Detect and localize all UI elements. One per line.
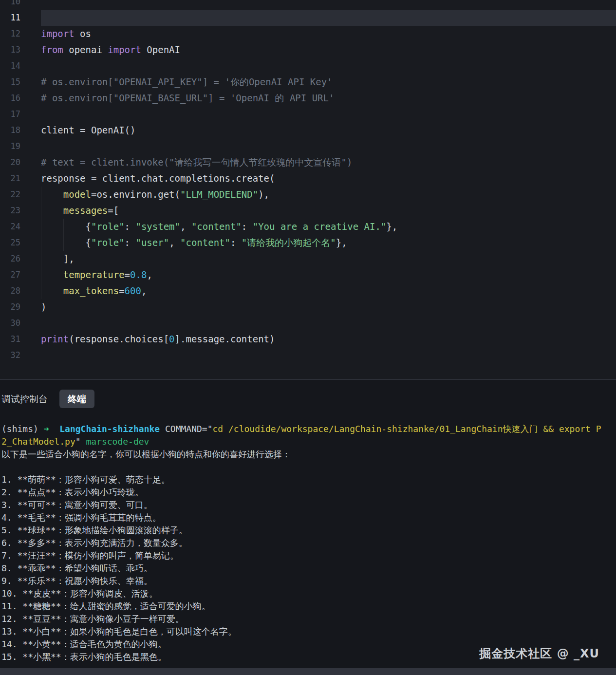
code-line[interactable]: 13from openai import OpenAI	[0, 42, 616, 58]
watermark: 掘金技术社区 @ _XU	[479, 646, 599, 661]
terminal-output-line: 4. **毛毛**：强调小狗毛茸茸的特点。	[1, 511, 616, 524]
code-lines: 101112import os13from openai import Open…	[0, 0, 616, 363]
code-line-content	[41, 138, 616, 154]
code-line-content: response = client.chat.completions.creat…	[41, 170, 616, 187]
line-number: 18	[0, 122, 41, 138]
code-line[interactable]: 28 max_tokens=600,	[0, 283, 616, 299]
code-line-content	[41, 58, 616, 74]
terminal-output-line: 1. **萌萌**：形容小狗可爱、萌态十足。	[1, 473, 616, 486]
code-line[interactable]: 26 ],	[0, 251, 616, 267]
line-number: 23	[0, 203, 41, 219]
code-line[interactable]: 30	[0, 315, 616, 331]
code-line-content	[41, 10, 616, 26]
line-number: 26	[0, 251, 41, 267]
code-line-content: import os	[41, 26, 616, 42]
tab-terminal[interactable]: 终端	[59, 390, 94, 408]
code-line-content: model=os.environ.get("LLM_MODELEND"),	[41, 187, 616, 203]
line-number: 15	[0, 74, 41, 90]
line-number: 25	[0, 235, 41, 251]
code-line[interactable]: 27 temperature=0.8,	[0, 267, 616, 283]
code-line-content	[41, 0, 616, 10]
terminal-output-line: 3. **可可**：寓意小狗可爱、可口。	[1, 499, 616, 511]
terminal-output-line: 7. **汪汪**：模仿小狗的叫声，简单易记。	[1, 549, 616, 562]
indent-guide	[41, 283, 41, 299]
terminal-output-line: 8. **乖乖**：希望小狗听话、乖巧。	[1, 562, 616, 575]
code-line[interactable]: 17	[0, 106, 616, 122]
code-line-content: # os.environ["OPENAI_BASE_URL"] = 'OpenA…	[41, 90, 616, 106]
line-number: 11	[0, 10, 41, 26]
code-line[interactable]: 11	[0, 10, 616, 26]
line-number: 19	[0, 138, 41, 154]
indent-guide	[41, 187, 41, 203]
panel-tab-bar: 调试控制台 终端	[0, 380, 616, 408]
terminal-output-line: 11. **糖糖**：给人甜蜜的感觉，适合可爱的小狗。	[1, 600, 616, 613]
indent-guide	[41, 203, 41, 219]
terminal-prompt-line: 2_ChatModel.py" marscode-dev	[1, 435, 616, 448]
code-line[interactable]: 24 {"role": "system", "content": "You ar…	[0, 219, 616, 235]
line-number: 30	[0, 315, 41, 331]
code-line-content: # os.environ["OPENAI_API_KEY"] = '你的Open…	[41, 74, 616, 90]
line-number: 28	[0, 283, 41, 299]
line-number: 20	[0, 154, 41, 170]
terminal-output-line: 5. **球球**：形象地描绘小狗圆滚滚的样子。	[1, 524, 616, 537]
code-line[interactable]: 23 messages=[	[0, 203, 616, 219]
code-line-content	[41, 106, 616, 122]
terminal-output-line: 以下是一些适合小狗的名字，你可以根据小狗的特点和你的喜好进行选择：	[1, 448, 616, 461]
code-line[interactable]: 29)	[0, 299, 616, 315]
code-line-content: max_tokens=600,	[41, 283, 616, 299]
line-number: 16	[0, 90, 41, 106]
code-line[interactable]: 22 model=os.environ.get("LLM_MODELEND"),	[0, 187, 616, 203]
code-line-content	[41, 347, 616, 363]
line-number: 27	[0, 267, 41, 283]
code-line[interactable]: 21response = client.chat.completions.cre…	[0, 170, 616, 187]
indent-guide	[41, 267, 41, 283]
terminal-output-line	[1, 461, 616, 473]
code-line[interactable]: 32	[0, 347, 616, 363]
terminal-output-line: 2. **点点**：表示小狗小巧玲珑。	[1, 486, 616, 499]
tab-debug-console[interactable]: 调试控制台	[1, 394, 48, 404]
terminal-output-line: 9. **乐乐**：祝愿小狗快乐、幸福。	[1, 575, 616, 587]
code-line-content: {"role": "user", "content": "请给我的小狗起个名"}…	[41, 235, 616, 251]
line-number: 32	[0, 347, 41, 363]
code-line-content: messages=[	[41, 203, 616, 219]
code-line-content	[41, 315, 616, 331]
indent-guide	[41, 219, 41, 235]
terminal-output-line: 10. **皮皮**：形容小狗调皮、活泼。	[1, 587, 616, 600]
line-number: 31	[0, 331, 41, 347]
line-number: 14	[0, 58, 41, 74]
code-line[interactable]: 25 {"role": "user", "content": "请给我的小狗起个…	[0, 235, 616, 251]
line-number: 17	[0, 106, 41, 122]
code-line[interactable]: 18client = OpenAI()	[0, 122, 616, 138]
code-line-content: client = OpenAI()	[41, 122, 616, 138]
code-line-content: temperature=0.8,	[41, 267, 616, 283]
panel-bottom-scrollbar[interactable]	[0, 668, 616, 675]
code-line[interactable]: 15# os.environ["OPENAI_API_KEY"] = '你的Op…	[0, 74, 616, 90]
code-line[interactable]: 31print(response.choices[0].message.cont…	[0, 331, 616, 347]
line-number: 24	[0, 219, 41, 235]
line-number: 21	[0, 170, 41, 187]
code-line[interactable]: 20# text = client.invoke("请给我写一句情人节红玫瑰的中…	[0, 154, 616, 170]
code-line[interactable]: 10	[0, 0, 616, 10]
indent-guide	[41, 251, 41, 267]
line-number: 12	[0, 26, 41, 42]
code-line[interactable]: 12import os	[0, 26, 616, 42]
indent-guide	[41, 235, 41, 251]
indent-guide	[63, 235, 64, 251]
code-line-content: print(response.choices[0].message.conten…	[41, 331, 616, 347]
line-number: 13	[0, 42, 41, 58]
indent-guide	[63, 219, 64, 235]
code-line-content: )	[41, 299, 616, 315]
terminal-output-line: 12. **豆豆**：寓意小狗像小豆子一样可爱。	[1, 613, 616, 625]
terminal-output[interactable]: (shims) ➜ LangChain-shizhanke COMMAND="c…	[0, 423, 616, 663]
code-editor[interactable]: 101112import os13from openai import Open…	[0, 0, 616, 379]
code-line-content: {"role": "system", "content": "You are a…	[41, 219, 616, 235]
code-line[interactable]: 16# os.environ["OPENAI_BASE_URL"] = 'Ope…	[0, 90, 616, 106]
terminal-output-line: 13. **小白**：如果小狗的毛色是白色，可以叫这个名字。	[1, 625, 616, 638]
code-line-content: # text = client.invoke("请给我写一句情人节红玫瑰的中文宣…	[41, 154, 616, 170]
code-line-content: from openai import OpenAI	[41, 42, 616, 58]
terminal-prompt-line: (shims) ➜ LangChain-shizhanke COMMAND="c…	[1, 423, 616, 435]
code-line[interactable]: 14	[0, 58, 616, 74]
line-number: 29	[0, 299, 41, 315]
line-number: 22	[0, 187, 41, 203]
code-line[interactable]: 19	[0, 138, 616, 154]
